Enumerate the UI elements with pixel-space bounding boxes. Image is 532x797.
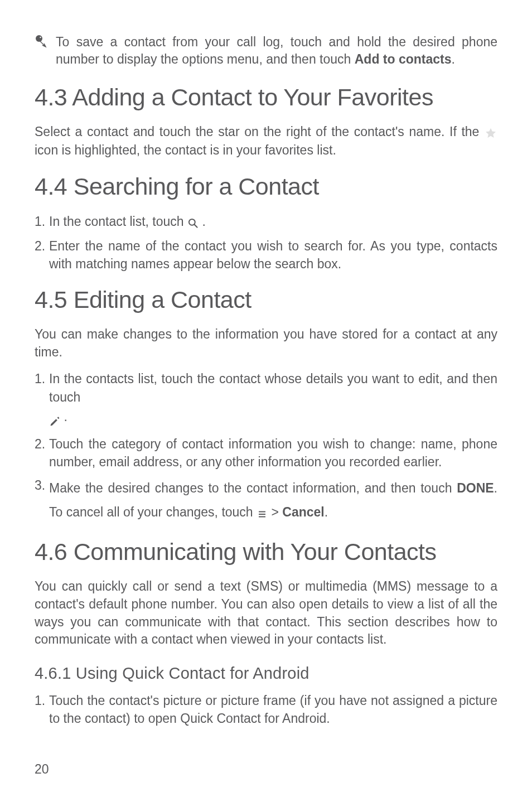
- list-item: 1. Touch the contact's picture or pictur…: [35, 692, 497, 727]
- list-4-6-1: 1. Touch the contact's picture or pictur…: [35, 692, 497, 727]
- list-item: 1. In the contact list, touch .: [35, 212, 497, 231]
- note-icon: [35, 35, 48, 49]
- list-item: 3. Make the desired changes to the conta…: [35, 476, 497, 525]
- list-item: 1. In the contacts list, touch the conta…: [35, 370, 497, 429]
- list-4-4: 1. In the contact list, touch . 2. Enter…: [35, 212, 497, 273]
- page-number: 20: [35, 762, 49, 777]
- heading-4-6-1: 4.6.1 Using Quick Contact for Android: [35, 664, 497, 683]
- list-item: 2. Touch the category of contact informa…: [35, 435, 497, 471]
- tip-note: To save a contact from your call log, to…: [35, 33, 497, 68]
- search-icon: [187, 213, 199, 231]
- para-4-6: You can quickly call or send a text (SMS…: [35, 578, 497, 649]
- heading-4-4: 4.4 Searching for a Contact: [35, 173, 497, 200]
- list-item: 2. Enter the name of the contact you wis…: [35, 237, 497, 273]
- pencil-icon: [49, 412, 60, 429]
- tip-text: To save a contact from your call log, to…: [56, 33, 497, 68]
- svg-line-3: [195, 225, 197, 228]
- star-icon: [484, 124, 497, 142]
- svg-point-0: [36, 35, 42, 42]
- svg-point-1: [40, 37, 41, 38]
- list-4-5: 1. In the contacts list, touch the conta…: [35, 370, 497, 525]
- menu-icon: [257, 501, 268, 525]
- heading-4-3: 4.3 Adding a Contact to Your Favorites: [35, 84, 497, 111]
- heading-4-5: 4.5 Editing a Contact: [35, 286, 497, 313]
- para-4-3: Select a contact and touch the star on t…: [35, 123, 497, 160]
- para-4-5: You can make changes to the information …: [35, 326, 497, 361]
- heading-4-6: 4.6 Communicating with Your Contacts: [35, 538, 497, 566]
